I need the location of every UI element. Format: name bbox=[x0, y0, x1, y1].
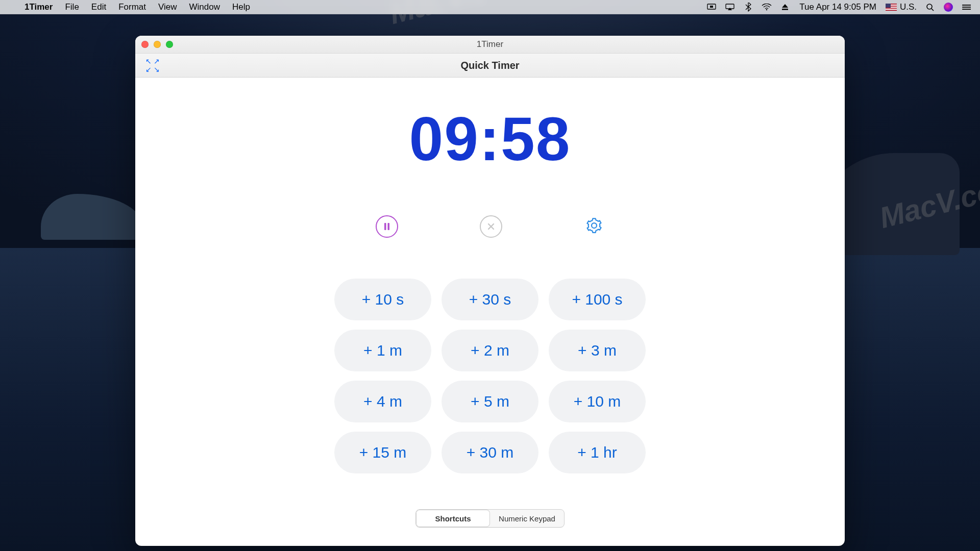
svg-point-7 bbox=[927, 4, 932, 9]
menubar-item-help[interactable]: Help bbox=[226, 0, 256, 14]
view-title: Quick Timer bbox=[460, 60, 519, 71]
svg-rect-15 bbox=[384, 223, 386, 230]
timer-display: 09:58 bbox=[135, 108, 845, 169]
gear-icon bbox=[586, 218, 602, 233]
quick-add-4m[interactable]: + 4 m bbox=[334, 381, 431, 422]
svg-line-8 bbox=[932, 9, 934, 11]
us-flag-icon bbox=[886, 4, 897, 11]
quick-add-1hr[interactable]: + 1 hr bbox=[549, 432, 646, 473]
svg-marker-5 bbox=[782, 4, 788, 8]
enter-fullscreen-button[interactable]: ↖ ↗ ↙ ↘ bbox=[145, 59, 160, 72]
quick-add-15m[interactable]: + 15 m bbox=[334, 432, 431, 473]
window-titlebar[interactable]: 1Timer bbox=[135, 36, 845, 54]
eject-icon[interactable] bbox=[780, 2, 790, 12]
pause-button[interactable] bbox=[376, 215, 398, 238]
svg-point-4 bbox=[766, 9, 767, 10]
macos-menubar: 1Timer File Edit Format View Window Help… bbox=[0, 0, 980, 14]
svg-rect-6 bbox=[782, 9, 788, 10]
menubar-item-edit[interactable]: Edit bbox=[85, 0, 112, 14]
pause-icon bbox=[383, 222, 390, 231]
input-source-flag[interactable]: U.S. bbox=[886, 2, 917, 12]
window-title: 1Timer bbox=[477, 39, 503, 49]
siri-icon[interactable] bbox=[943, 2, 953, 12]
menubar-item-view[interactable]: View bbox=[152, 0, 183, 14]
quick-add-2m[interactable]: + 2 m bbox=[442, 330, 538, 371]
settings-button[interactable] bbox=[584, 215, 604, 236]
quick-add-1m[interactable]: + 1 m bbox=[334, 330, 431, 371]
window-toolbar: ↖ ↗ ↙ ↘ Quick Timer bbox=[135, 54, 845, 78]
arrow-upleft-icon: ↖ bbox=[145, 59, 152, 64]
quick-add-30m[interactable]: + 30 m bbox=[442, 432, 538, 473]
arrow-downright-icon: ↘ bbox=[154, 67, 160, 72]
window-traffic-lights bbox=[141, 41, 173, 48]
spotlight-icon[interactable] bbox=[925, 2, 935, 12]
notification-center-icon[interactable] bbox=[962, 2, 972, 12]
menubar-item-format[interactable]: Format bbox=[112, 0, 152, 14]
menubar-app-name[interactable]: 1Timer bbox=[18, 0, 59, 14]
bluetooth-icon[interactable] bbox=[743, 2, 753, 12]
app-window: 1Timer ↖ ↗ ↙ ↘ Quick Timer 09:58 bbox=[135, 36, 845, 546]
close-icon bbox=[487, 223, 495, 230]
window-close-button[interactable] bbox=[141, 41, 149, 48]
airplay-icon[interactable] bbox=[725, 2, 735, 12]
quick-add-10s[interactable]: + 10 s bbox=[334, 279, 431, 320]
svg-point-14 bbox=[962, 9, 963, 10]
input-source-label: U.S. bbox=[900, 2, 917, 12]
timer-body: 09:58 + 10 s + 30 s + 100 s + bbox=[135, 78, 845, 528]
menubar-clock[interactable]: Tue Apr 14 9:05 PM bbox=[798, 2, 877, 12]
arrow-downleft-icon: ↙ bbox=[145, 67, 152, 72]
timer-controls bbox=[135, 215, 845, 238]
wifi-icon[interactable] bbox=[762, 2, 772, 12]
quick-add-3m[interactable]: + 3 m bbox=[549, 330, 646, 371]
mode-segmented-control: Shortcuts Numeric Keypad bbox=[415, 509, 565, 528]
svg-point-12 bbox=[962, 5, 963, 6]
quick-add-grid: + 10 s + 30 s + 100 s + 1 m + 2 m + 3 m … bbox=[135, 279, 845, 473]
display-mirroring-icon[interactable] bbox=[706, 2, 717, 12]
svg-rect-16 bbox=[388, 223, 390, 230]
quick-add-30s[interactable]: + 30 s bbox=[442, 279, 538, 320]
svg-point-13 bbox=[962, 7, 963, 8]
island-left bbox=[41, 194, 143, 240]
tab-shortcuts[interactable]: Shortcuts bbox=[416, 510, 490, 527]
menubar-item-file[interactable]: File bbox=[59, 0, 85, 14]
cancel-button[interactable] bbox=[480, 215, 502, 238]
apple-menu[interactable] bbox=[6, 0, 18, 14]
menubar-item-window[interactable]: Window bbox=[183, 0, 226, 14]
quick-add-5m[interactable]: + 5 m bbox=[442, 381, 538, 422]
tab-numeric-keypad[interactable]: Numeric Keypad bbox=[490, 510, 564, 527]
window-zoom-button[interactable] bbox=[166, 41, 173, 48]
arrow-upright-icon: ↗ bbox=[154, 59, 160, 64]
svg-rect-1 bbox=[710, 6, 713, 8]
window-minimize-button[interactable] bbox=[154, 41, 161, 48]
quick-add-100s[interactable]: + 100 s bbox=[549, 279, 646, 320]
quick-add-10m[interactable]: + 10 m bbox=[549, 381, 646, 422]
